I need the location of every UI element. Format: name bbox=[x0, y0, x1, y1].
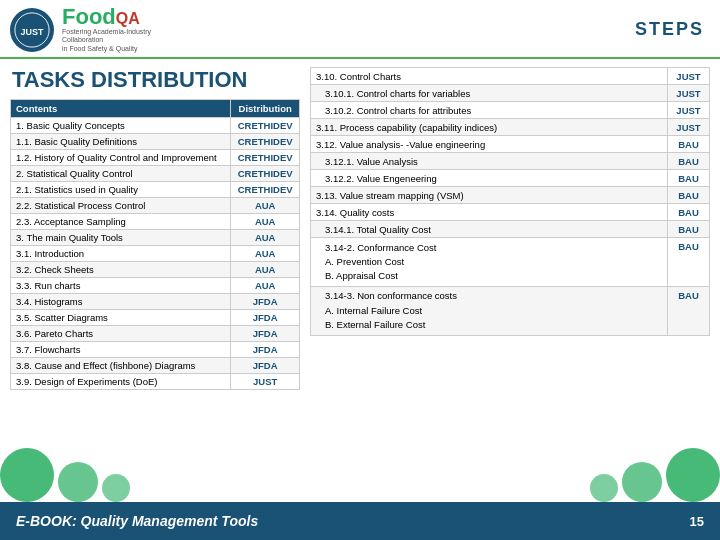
content-cell: 3.3. Run charts bbox=[11, 278, 231, 294]
content-cell: 1.2. History of Quality Control and Impr… bbox=[11, 150, 231, 166]
right-content-cell: 3.10.1. Control charts for variables bbox=[311, 85, 668, 102]
dist-cell: CRETHIDEV bbox=[231, 150, 300, 166]
table-row: 2. Statistical Quality ControlCRETHIDEV bbox=[11, 166, 300, 182]
green-decor-right bbox=[590, 448, 720, 502]
content-cell: 2.2. Statistical Process Control bbox=[11, 198, 231, 214]
content-cell: 3.4. Histograms bbox=[11, 294, 231, 310]
dist-cell: AUA bbox=[231, 198, 300, 214]
content-cell: 3.6. Pareto Charts bbox=[11, 326, 231, 342]
dist-cell: AUA bbox=[231, 214, 300, 230]
right-dist-cell: BAU bbox=[668, 238, 710, 287]
circle-sm-left bbox=[102, 474, 130, 502]
table-row: 3.12.2. Value EngeneeringBAU bbox=[311, 170, 710, 187]
dist-cell: AUA bbox=[231, 230, 300, 246]
circle-lg-right bbox=[666, 448, 720, 502]
table-row: 2.2. Statistical Process ControlAUA bbox=[11, 198, 300, 214]
content-cell: 2.3. Acceptance Sampling bbox=[11, 214, 231, 230]
table-row: 3. The main Quality ToolsAUA bbox=[11, 230, 300, 246]
content-cell: 3.2. Check Sheets bbox=[11, 262, 231, 278]
table-row: 3.9. Design of Experiments (DoE)JUST bbox=[11, 374, 300, 390]
page-header: JUST FoodQA Fostering Academia-Industry … bbox=[0, 0, 720, 59]
table-row: 3.10.2. Control charts for attributesJUS… bbox=[311, 102, 710, 119]
table-row: 3.14. Quality costsBAU bbox=[311, 204, 710, 221]
green-decor-left bbox=[0, 448, 130, 502]
content-cell: 3.9. Design of Experiments (DoE) bbox=[11, 374, 231, 390]
table-row: 2.1. Statistics used in QualityCRETHIDEV bbox=[11, 182, 300, 198]
table-row: 3.6. Pareto ChartsJFDA bbox=[11, 326, 300, 342]
table-row: 1. Basic Quality ConceptsCRETHIDEV bbox=[11, 118, 300, 134]
circle-md-left bbox=[58, 462, 98, 502]
dist-cell: JFDA bbox=[231, 342, 300, 358]
right-content-cell: 3.14. Quality costs bbox=[311, 204, 668, 221]
tasks-distribution-title: TASKS DISTRIBUTION bbox=[10, 67, 300, 93]
dist-cell: JFDA bbox=[231, 294, 300, 310]
right-content-cell: 3.14.1. Total Quality Cost bbox=[311, 221, 668, 238]
right-content-cell: 3.11. Process capability (capability ind… bbox=[311, 119, 668, 136]
right-dist-cell: BAU bbox=[668, 221, 710, 238]
content-cell: 2. Statistical Quality Control bbox=[11, 166, 231, 182]
table-row: 3.14.1. Total Quality CostBAU bbox=[311, 221, 710, 238]
dist-cell: CRETHIDEV bbox=[231, 134, 300, 150]
col2-header: Distribution bbox=[231, 100, 300, 118]
table-row: 3.5. Scatter DiagramsJFDA bbox=[11, 310, 300, 326]
table-row: 3.14-3. Non conformance costs A. Interna… bbox=[311, 286, 710, 335]
table-row: 2.3. Acceptance SamplingAUA bbox=[11, 214, 300, 230]
right-content-cell: 3.14-2. Conformance Cost A. Prevention C… bbox=[311, 238, 668, 287]
right-content-cell: 3.10.2. Control charts for attributes bbox=[311, 102, 668, 119]
table-row: 3.10. Control ChartsJUST bbox=[311, 68, 710, 85]
logo-area: JUST FoodQA Fostering Academia-Industry … bbox=[10, 6, 182, 53]
table-row: 3.13. Value stream mapping (VSM)BAU bbox=[311, 187, 710, 204]
dist-cell: CRETHIDEV bbox=[231, 182, 300, 198]
content-cell: 3.1. Introduction bbox=[11, 246, 231, 262]
dist-cell: CRETHIDEV bbox=[231, 118, 300, 134]
table-row: 3.10.1. Control charts for variablesJUST bbox=[311, 85, 710, 102]
right-dist-cell: BAU bbox=[668, 170, 710, 187]
right-content-cell: 3.12. Value analysis- -Value engineering bbox=[311, 136, 668, 153]
food-text: Food bbox=[62, 4, 116, 29]
table-row: 3.7. FlowchartsJFDA bbox=[11, 342, 300, 358]
table-row: 3.14-2. Conformance Cost A. Prevention C… bbox=[311, 238, 710, 287]
right-content-cell: 3.14-3. Non conformance costs A. Interna… bbox=[311, 286, 668, 335]
content-cell: 3.5. Scatter Diagrams bbox=[11, 310, 231, 326]
dist-cell: JFDA bbox=[231, 326, 300, 342]
right-content-cell: 3.10. Control Charts bbox=[311, 68, 668, 85]
content-cell: 1. Basic Quality Concepts bbox=[11, 118, 231, 134]
table-row: 3.8. Cause and Effect (fishbone) Diagram… bbox=[11, 358, 300, 374]
table-row: 3.2. Check SheetsAUA bbox=[11, 262, 300, 278]
org-logo: JUST bbox=[10, 8, 54, 52]
content-cell: 3.8. Cause and Effect (fishbone) Diagram… bbox=[11, 358, 231, 374]
table-row: 3.11. Process capability (capability ind… bbox=[311, 119, 710, 136]
table-row: 3.4. HistogramsJFDA bbox=[11, 294, 300, 310]
right-dist-cell: BAU bbox=[668, 136, 710, 153]
svg-text:JUST: JUST bbox=[20, 27, 44, 37]
content-cell: 1.1. Basic Quality Definitions bbox=[11, 134, 231, 150]
table-row: 3.12. Value analysis- -Value engineering… bbox=[311, 136, 710, 153]
circle-lg-left bbox=[0, 448, 54, 502]
table-row: 3.12.1. Value AnalysisBAU bbox=[311, 153, 710, 170]
page-footer: E-BOOK: Quality Management Tools 15 bbox=[0, 502, 720, 540]
right-dist-cell: BAU bbox=[668, 286, 710, 335]
circle-md-right bbox=[622, 462, 662, 502]
right-dist-cell: JUST bbox=[668, 68, 710, 85]
right-dist-cell: JUST bbox=[668, 119, 710, 136]
dist-cell: JFDA bbox=[231, 310, 300, 326]
right-content-cell: 3.13. Value stream mapping (VSM) bbox=[311, 187, 668, 204]
dist-cell: CRETHIDEV bbox=[231, 166, 300, 182]
footer-text: E-BOOK: Quality Management Tools bbox=[16, 513, 258, 529]
contents-table: Contents Distribution 1. Basic Quality C… bbox=[10, 99, 300, 390]
right-content-cell: 3.12.1. Value Analysis bbox=[311, 153, 668, 170]
content-cell: 3.7. Flowcharts bbox=[11, 342, 231, 358]
food-qa-logo: FoodQA Fostering Academia-Industry Colla… bbox=[62, 6, 182, 53]
content-cell: 3. The main Quality Tools bbox=[11, 230, 231, 246]
right-dist-cell: JUST bbox=[668, 85, 710, 102]
table-row: 3.3. Run chartsAUA bbox=[11, 278, 300, 294]
logo-tagline: Fostering Academia-Industry Collaboratio… bbox=[62, 28, 182, 53]
table-row: 3.1. IntroductionAUA bbox=[11, 246, 300, 262]
table-row: 1.2. History of Quality Control and Impr… bbox=[11, 150, 300, 166]
dist-cell: AUA bbox=[231, 246, 300, 262]
qa-text: QA bbox=[116, 10, 140, 27]
left-section: TASKS DISTRIBUTION Contents Distribution… bbox=[10, 67, 300, 493]
dist-cell: AUA bbox=[231, 278, 300, 294]
circle-sm-right bbox=[590, 474, 618, 502]
right-content-cell: 3.12.2. Value Engeneering bbox=[311, 170, 668, 187]
